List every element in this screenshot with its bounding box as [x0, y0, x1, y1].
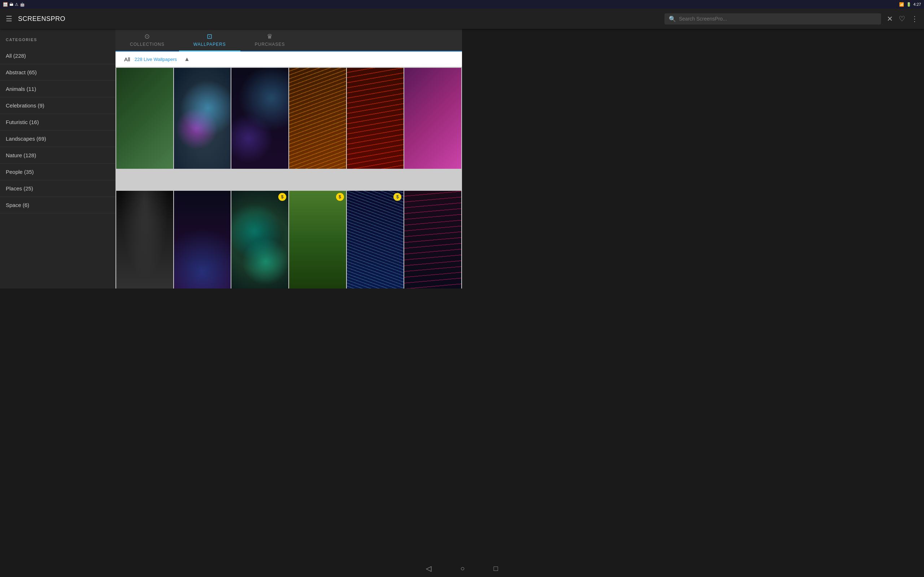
- sidebar-item-celebrations[interactable]: Celebrations (9): [0, 97, 115, 114]
- wallpaper-item[interactable]: [174, 191, 231, 288]
- wallpapers-tab-icon: ⊡: [207, 32, 213, 40]
- price-badge: $: [336, 193, 344, 201]
- tab-purchases-label: PURCHASES: [255, 42, 285, 47]
- wallpaper-item[interactable]: [347, 68, 404, 169]
- menu-button[interactable]: ☰: [6, 15, 12, 23]
- tab-collections[interactable]: ⊙ COLLECTIONS: [115, 29, 179, 52]
- purchases-tab-icon: ♛: [267, 32, 273, 40]
- wallpaper-item[interactable]: $: [231, 191, 288, 288]
- wallpaper-grid: $ $ $ $ $ thermondo.de/heizung-wech... ❯…: [115, 67, 462, 288]
- filter-bar[interactable]: All 228 Live Wallpapers ▲: [115, 52, 462, 67]
- wallpaper-item[interactable]: [231, 68, 288, 169]
- sidebar: CATEGORIES All (228) Abstract (65) Anima…: [0, 29, 115, 288]
- wallpaper-item[interactable]: [174, 68, 231, 169]
- wallpaper-item[interactable]: [289, 68, 346, 169]
- tab-collections-label: COLLECTIONS: [130, 42, 165, 47]
- price-badge: $: [278, 193, 286, 201]
- android-icon: 🤖: [20, 2, 25, 7]
- sidebar-title: CATEGORIES: [0, 35, 115, 48]
- tab-wallpapers-label: WALLPAPERS: [194, 42, 226, 47]
- tabs: ⊙ COLLECTIONS ⊡ WALLPAPERS ♛ PURCHASES: [115, 29, 462, 52]
- wallpaper-item[interactable]: [404, 68, 461, 169]
- status-bar: 🪟 🏔 ⚠ 🤖 📶 🔋 4:27: [0, 0, 462, 9]
- sidebar-item-landscapes[interactable]: Landscapes (69): [0, 131, 115, 147]
- filter-sublabel: 228 Live Wallpapers: [135, 56, 177, 62]
- status-bar-left: 🪟 🏔 ⚠ 🤖: [3, 2, 25, 7]
- sidebar-item-space[interactable]: Space (6): [0, 197, 115, 213]
- wallpaper-item[interactable]: [116, 68, 173, 169]
- filter-chevron-icon: ▲: [184, 56, 190, 62]
- filter-label: All: [124, 56, 130, 62]
- wallpaper-item[interactable]: $: [347, 191, 404, 288]
- collections-tab-icon: ⊙: [144, 32, 150, 40]
- wallpaper-item[interactable]: [116, 191, 173, 288]
- sidebar-item-animals[interactable]: Animals (11): [0, 81, 115, 97]
- sidebar-item-places[interactable]: Places (25): [0, 180, 115, 197]
- wallpaper-item[interactable]: [404, 191, 461, 288]
- main-layout: CATEGORIES All (228) Abstract (65) Anima…: [0, 29, 462, 288]
- tab-purchases[interactable]: ♛ PURCHASES: [241, 29, 300, 52]
- window-icon: 🪟: [3, 2, 8, 7]
- sidebar-item-nature[interactable]: Nature (128): [0, 147, 115, 164]
- sidebar-item-futuristic[interactable]: Futuristic (16): [0, 114, 115, 131]
- content-area: ⊙ COLLECTIONS ⊡ WALLPAPERS ♛ PURCHASES A…: [115, 29, 462, 288]
- sidebar-item-all[interactable]: All (228): [0, 48, 115, 64]
- wallpaper-item[interactable]: $: [289, 191, 346, 288]
- price-badge: $: [393, 193, 401, 201]
- sidebar-item-abstract[interactable]: Abstract (65): [0, 64, 115, 81]
- tab-wallpapers[interactable]: ⊡ WALLPAPERS: [179, 29, 241, 52]
- app-logo: SCREENSPRO: [18, 15, 65, 23]
- app-bar: ☰ SCREENSPRO 🔍 ✕ ♡ ⋮: [0, 9, 462, 29]
- mountain-icon: 🏔: [10, 2, 13, 6]
- sidebar-item-people[interactable]: People (35): [0, 164, 115, 180]
- alert-icon: ⚠: [15, 2, 18, 7]
